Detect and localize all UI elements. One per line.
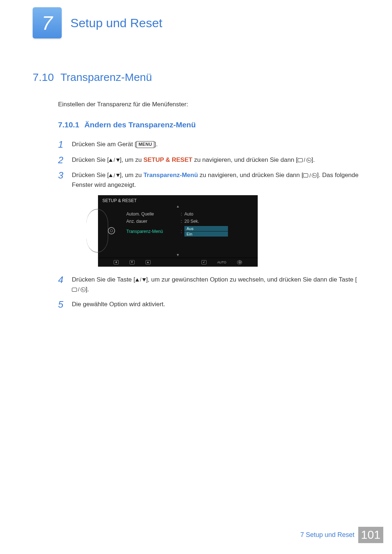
- up-down-icon: /: [109, 172, 120, 180]
- section-title: Transparenz-Menü: [60, 71, 152, 83]
- text-fragment: zu navigieren, und drücken Sie dann [: [198, 172, 303, 178]
- step-text: Drücken Sie [/], um zu SETUP & RESET zu …: [72, 155, 359, 165]
- step-number: 2: [58, 155, 65, 165]
- osd-row-label: Autom. Quelle: [126, 212, 181, 217]
- colon: :: [181, 219, 184, 224]
- osd-option-selected: Aus: [184, 226, 228, 231]
- step-number: 3: [58, 170, 65, 190]
- colon: :: [181, 229, 184, 234]
- text-fragment: ].: [154, 141, 158, 148]
- footer-chapter-ref: 7 Setup und Reset: [301, 531, 355, 539]
- osd-side-column: [98, 209, 125, 253]
- text-fragment: zu navigieren, und drücken Sie dann [: [192, 156, 298, 163]
- up-down-icon: /: [109, 156, 120, 164]
- section-heading: 7.10Transparenz-Menü: [33, 71, 359, 83]
- osd-option: Ein: [184, 231, 228, 237]
- osd-row-active: Transparenz-Menü : Aus Ein: [125, 225, 258, 238]
- step-number: 1: [58, 139, 65, 150]
- scroll-up-icon: ▲: [98, 204, 258, 209]
- step-4: 4 Drücken Sie die Taste [/], um zur gewü…: [58, 275, 359, 294]
- osd-rows: Autom. Quelle : Auto Anz. dauer : 20 Sek…: [125, 209, 258, 253]
- menu-button-icon: MENU: [136, 141, 154, 148]
- osd-row: Anz. dauer : 20 Sek.: [125, 218, 258, 225]
- text-fragment: ].: [311, 156, 315, 163]
- scroll-down-icon: ▼: [98, 253, 258, 258]
- step-5: 5 Die gewählte Option wird aktiviert.: [58, 299, 359, 310]
- colon: :: [181, 212, 184, 217]
- step-3: 3 Drücken Sie [/], um zu Transparenz-Men…: [58, 170, 359, 190]
- step-text: Die gewählte Option wird aktiviert.: [72, 299, 359, 310]
- up-down-icon: /: [135, 276, 146, 284]
- page-number: 101: [358, 527, 383, 543]
- osd-title: SETUP & RESET: [98, 195, 258, 204]
- nav-left-icon: ◄: [114, 260, 119, 264]
- text-fragment: ], um zu: [120, 156, 143, 163]
- subsection-number: 7.10.1: [58, 120, 79, 129]
- text-fragment: Drücken Sie die Taste [: [72, 276, 135, 283]
- osd-row-label: Transparenz-Menü: [126, 229, 181, 234]
- osd-row-value: 20 Sek.: [184, 219, 256, 224]
- highlight-transparenz: Transparenz-Menü: [143, 172, 198, 178]
- page-footer: 7 Setup und Reset 101: [301, 527, 384, 543]
- subsection-heading: 7.10.1Ändern des Transparenz-Menü: [58, 120, 359, 129]
- osd-footer: ◄ ▼ ▲ ↲ AUTO ⏻: [98, 258, 258, 267]
- step-2: 2 Drücken Sie [/], um zu SETUP & RESET z…: [58, 155, 359, 165]
- step-text: Drücken Sie [/], um zu Transparenz-Menü …: [72, 170, 359, 190]
- nav-down-icon: ▼: [130, 260, 135, 264]
- gear-icon: [108, 227, 115, 234]
- osd-screenshot: SETUP & RESET ▲ Autom. Quelle : Auto: [98, 195, 359, 267]
- text-fragment: Drücken Sie [: [72, 172, 109, 178]
- osd-row-label: Anz. dauer: [126, 219, 181, 224]
- step-text: Drücken Sie die Taste [/], um zur gewüns…: [72, 275, 359, 294]
- subsection-title: Ändern des Transparenz-Menü: [84, 120, 196, 129]
- text-fragment: Drücken Sie [: [72, 156, 109, 163]
- osd-row: Autom. Quelle : Auto: [125, 210, 258, 218]
- enter-icon: ↲: [201, 260, 207, 264]
- osd-row-value: Auto: [184, 212, 256, 217]
- chapter-title: Setup und Reset: [70, 16, 162, 30]
- text-fragment: ], um zur gewünschten Option zu wechseln…: [146, 276, 357, 283]
- text-fragment: Drücken Sie am Gerät [: [72, 141, 136, 148]
- source-enter-icon: /: [303, 172, 317, 180]
- step-list: 1 Drücken Sie am Gerät [MENU]. 2 Drücken…: [58, 139, 359, 310]
- text-fragment: ], um zu: [120, 172, 143, 178]
- auto-label: AUTO: [217, 260, 226, 264]
- step-1: 1 Drücken Sie am Gerät [MENU].: [58, 139, 359, 150]
- step-number: 5: [58, 299, 65, 310]
- source-enter-icon: /: [298, 156, 311, 164]
- source-enter-icon: /: [72, 286, 86, 294]
- step-text: Drücken Sie am Gerät [MENU].: [72, 139, 359, 150]
- power-icon: ⏻: [237, 260, 242, 264]
- step-number: 4: [58, 275, 65, 294]
- highlight-setup-reset: SETUP & RESET: [143, 156, 192, 163]
- chapter-header: 7 Setup und Reset: [33, 7, 359, 38]
- nav-up-icon: ▲: [146, 260, 151, 264]
- section-intro: Einstellen der Transparenz für die Menüf…: [58, 101, 359, 108]
- osd-panel: SETUP & RESET ▲ Autom. Quelle : Auto: [98, 195, 258, 267]
- chapter-number-badge: 7: [33, 7, 62, 38]
- text-fragment: ].: [86, 286, 89, 293]
- section-number: 7.10: [33, 71, 54, 83]
